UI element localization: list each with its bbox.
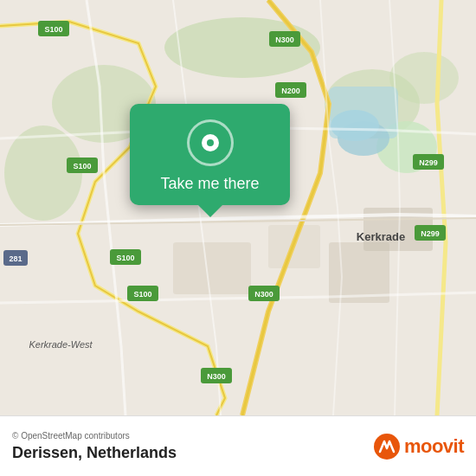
footer-info: © OpenStreetMap contributors Derissen, N… — [12, 431, 177, 462]
svg-text:Kerkrade-West: Kerkrade-West — [29, 339, 93, 350]
copyright-text: © OpenStreetMap contributors — [12, 431, 177, 441]
svg-text:S100: S100 — [44, 25, 62, 34]
location-title: Derissen, Netherlands — [12, 444, 177, 462]
svg-text:S100: S100 — [73, 162, 91, 170]
moovit-text: moovit — [404, 435, 464, 458]
svg-rect-12 — [329, 242, 389, 303]
popup-card[interactable]: Take me there — [130, 104, 290, 205]
map-container: S100 S100 S100 S100 N300 N300 N300 N299 … — [0, 0, 476, 415]
location-pin-icon — [187, 119, 234, 166]
moovit-icon — [373, 433, 401, 460]
take-me-there-button[interactable]: Take me there — [160, 175, 259, 193]
svg-point-6 — [389, 52, 459, 104]
svg-text:N200: N200 — [281, 87, 300, 95]
svg-text:Kerkrade: Kerkrade — [357, 230, 405, 243]
svg-text:N299: N299 — [421, 229, 440, 238]
svg-text:N300: N300 — [275, 35, 294, 44]
svg-text:N299: N299 — [419, 158, 438, 167]
moovit-logo: moovit — [373, 433, 464, 460]
svg-text:N300: N300 — [207, 372, 226, 381]
svg-text:N300: N300 — [254, 290, 273, 299]
footer-bar: © OpenStreetMap contributors Derissen, N… — [0, 415, 476, 476]
svg-text:S100: S100 — [133, 290, 151, 299]
svg-point-1 — [164, 17, 320, 78]
svg-point-9 — [331, 110, 379, 141]
svg-text:S100: S100 — [116, 254, 134, 262]
svg-rect-10 — [173, 242, 251, 294]
svg-text:281: 281 — [9, 254, 22, 263]
